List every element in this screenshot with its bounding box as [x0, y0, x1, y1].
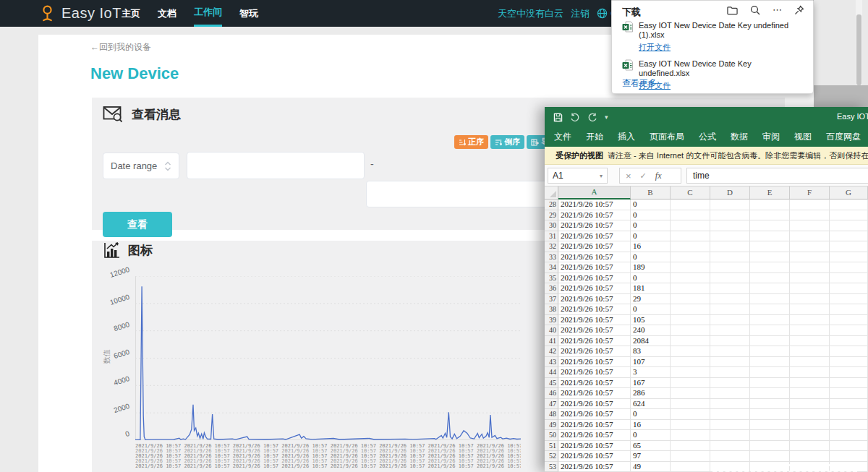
undo-icon[interactable]	[570, 113, 580, 121]
cell-F45[interactable]	[790, 378, 830, 389]
cell-A41[interactable]: 2021/9/26 10:57	[558, 336, 631, 347]
cell-A42[interactable]: 2021/9/26 10:57	[558, 346, 631, 357]
row-header-43[interactable]: 43	[545, 357, 558, 368]
cell-B30[interactable]: 0	[631, 220, 671, 231]
cell-D52[interactable]	[710, 451, 750, 462]
cell-G53[interactable]	[830, 462, 868, 472]
cell-name-box[interactable]: A1 ▾	[548, 168, 608, 184]
cell-A45[interactable]: 2021/9/26 10:57	[558, 378, 631, 389]
cell-B51[interactable]: 65	[631, 441, 671, 452]
cell-E49[interactable]	[750, 420, 790, 431]
name-box-dropdown-icon[interactable]: ▾	[600, 173, 603, 179]
row-header-40[interactable]: 40	[545, 325, 558, 336]
cell-F53[interactable]	[790, 462, 830, 472]
insert-function-icon[interactable]: fx	[655, 171, 662, 181]
cell-A52[interactable]: 2021/9/26 10:57	[558, 451, 631, 462]
cell-C28[interactable]	[671, 199, 710, 210]
cell-C29[interactable]	[671, 210, 710, 221]
cell-E28[interactable]	[750, 199, 790, 210]
column-header-F[interactable]: F	[790, 186, 830, 199]
cell-C38[interactable]	[671, 304, 710, 315]
cell-G28[interactable]	[830, 199, 868, 210]
row-header-33[interactable]: 33	[545, 252, 558, 263]
see-more-downloads-link[interactable]: 查看更多	[622, 77, 657, 90]
downloads-more-options-icon[interactable]: ⋯	[773, 7, 782, 14]
cell-G49[interactable]	[830, 420, 868, 431]
cell-G29[interactable]	[830, 210, 868, 221]
row-header-35[interactable]: 35	[545, 273, 558, 284]
column-header-B[interactable]: B	[631, 186, 671, 199]
cell-F34[interactable]	[790, 262, 830, 273]
cell-C44[interactable]	[671, 367, 710, 378]
cell-B48[interactable]: 0	[631, 409, 671, 420]
cell-E52[interactable]	[750, 451, 790, 462]
row-header-37[interactable]: 37	[545, 294, 558, 305]
cell-A30[interactable]: 2021/9/26 10:57	[558, 220, 631, 231]
cell-F40[interactable]	[790, 325, 830, 336]
cell-E30[interactable]	[750, 220, 790, 231]
cell-A37[interactable]: 2021/9/26 10:57	[558, 294, 631, 305]
row-header-44[interactable]: 44	[545, 367, 558, 378]
open-file-link[interactable]: 打开文件	[639, 42, 671, 53]
sort-descending-button[interactable]: 倒序	[490, 135, 524, 149]
cell-G47[interactable]	[830, 399, 868, 410]
cell-C32[interactable]	[671, 241, 710, 252]
cell-G51[interactable]	[830, 441, 868, 452]
cell-D53[interactable]	[710, 462, 750, 472]
cell-E36[interactable]	[750, 283, 790, 294]
cell-A53[interactable]: 2021/9/26 10:57	[558, 462, 631, 472]
cell-G45[interactable]	[830, 378, 868, 389]
cell-D28[interactable]	[710, 199, 750, 210]
cell-E31[interactable]	[750, 231, 790, 242]
cell-D45[interactable]	[710, 378, 750, 389]
cell-F50[interactable]	[790, 430, 830, 441]
cell-A40[interactable]: 2021/9/26 10:57	[558, 325, 631, 336]
ribbon-tab-8[interactable]: 视图	[794, 131, 812, 143]
cell-D34[interactable]	[710, 262, 750, 273]
cell-B28[interactable]: 0	[631, 199, 671, 210]
cell-B39[interactable]: 105	[631, 315, 671, 326]
ribbon-tab-4[interactable]: 页面布局	[650, 131, 684, 143]
cell-F28[interactable]	[790, 199, 830, 210]
cell-D29[interactable]	[710, 210, 750, 221]
cell-F33[interactable]	[790, 252, 830, 263]
cell-E48[interactable]	[750, 409, 790, 420]
ribbon-tab-1[interactable]: 文件	[554, 131, 571, 143]
cell-B52[interactable]: 97	[631, 451, 671, 462]
cell-A43[interactable]: 2021/9/26 10:57	[558, 357, 631, 368]
nav-item-2[interactable]: 文档	[158, 0, 176, 27]
row-header-46[interactable]: 46	[545, 388, 558, 399]
cell-C33[interactable]	[671, 252, 710, 263]
cell-C37[interactable]	[671, 294, 710, 305]
cell-B49[interactable]: 16	[631, 420, 671, 431]
cell-G50[interactable]	[830, 430, 868, 441]
cell-G34[interactable]	[830, 262, 868, 273]
cell-F39[interactable]	[790, 315, 830, 326]
column-header-C[interactable]: C	[671, 186, 710, 199]
cell-C47[interactable]	[671, 399, 710, 410]
cell-A32[interactable]: 2021/9/26 10:57	[558, 241, 631, 252]
cell-F46[interactable]	[790, 388, 830, 399]
cell-D40[interactable]	[710, 325, 750, 336]
cell-G52[interactable]	[830, 451, 868, 462]
back-to-devices-link[interactable]: ←回到我的设备	[90, 41, 151, 53]
row-header-48[interactable]: 48	[545, 409, 558, 420]
cell-C53[interactable]	[671, 462, 710, 472]
row-header-53[interactable]: 53	[545, 462, 558, 472]
cell-A48[interactable]: 2021/9/26 10:57	[558, 409, 631, 420]
cell-E41[interactable]	[750, 336, 790, 347]
cell-D32[interactable]	[710, 241, 750, 252]
cell-A33[interactable]: 2021/9/26 10:57	[558, 252, 631, 263]
cell-C30[interactable]	[671, 220, 710, 231]
cell-C41[interactable]	[671, 336, 710, 347]
cell-F30[interactable]	[790, 220, 830, 231]
row-header-52[interactable]: 52	[545, 451, 558, 462]
sort-ascending-button[interactable]: 正序	[454, 135, 488, 149]
cell-F47[interactable]	[790, 399, 830, 410]
cell-E33[interactable]	[750, 252, 790, 263]
cell-A50[interactable]: 2021/9/26 10:57	[558, 430, 631, 441]
row-header-51[interactable]: 51	[545, 441, 558, 452]
row-header-41[interactable]: 41	[545, 336, 558, 347]
cell-F42[interactable]	[790, 346, 830, 357]
cell-A38[interactable]: 2021/9/26 10:57	[558, 304, 631, 315]
